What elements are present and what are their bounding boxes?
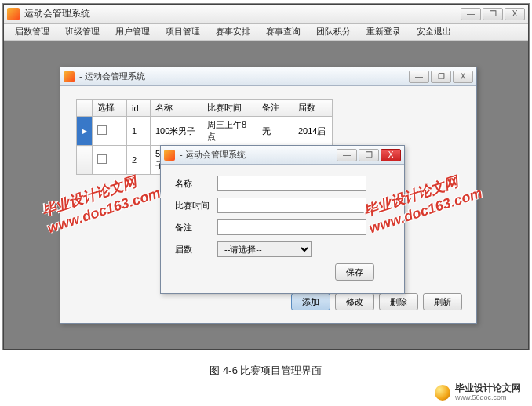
row-checkbox[interactable] (97, 125, 107, 135)
label-remark: 备注 (175, 222, 217, 234)
name-field[interactable] (217, 176, 366, 191)
delete-button[interactable]: 删除 (379, 293, 418, 310)
col-id: id (127, 100, 151, 117)
minimize-button[interactable]: — (461, 8, 481, 20)
label-name: 名称 (175, 178, 217, 190)
list-titlebar: - 运动会管理系统 — ❐ X (60, 67, 476, 86)
app-icon (164, 150, 175, 161)
dialog-titlebar: - 运动会管理系统 — ❐ X (161, 146, 404, 165)
edit-dialog: - 运动会管理系统 — ❐ X 名称 比赛时间 备注 届数 (160, 145, 405, 294)
dialog-close-button[interactable]: X (381, 149, 401, 161)
bottom-toolbar: 添加 修改 删除 刷新 (291, 293, 462, 310)
time-field[interactable] (217, 198, 366, 213)
menubar: 届数管理 班级管理 用户管理 项目管理 赛事安排 赛事查询 团队积分 重新登录 … (4, 24, 528, 41)
menu-score[interactable]: 团队积分 (308, 24, 359, 39)
list-close-button[interactable]: X (453, 71, 473, 83)
main-titlebar: 运动会管理系统 — ❐ X (4, 5, 528, 24)
session-select[interactable]: --请选择-- (217, 241, 312, 257)
list-title: - 运动会管理系统 (79, 71, 409, 82)
row-checkbox[interactable] (97, 154, 107, 164)
logo-icon (435, 385, 450, 401)
menu-session[interactable]: 届数管理 (7, 24, 57, 39)
table-row[interactable]: 1 100米男子 周三上午8点 无 2014届 (77, 117, 333, 146)
menu-query[interactable]: 赛事查询 (258, 24, 308, 39)
menu-schedule[interactable]: 赛事安排 (208, 24, 258, 39)
refresh-button[interactable]: 刷新 (423, 293, 462, 310)
main-title: 运动会管理系统 (24, 7, 461, 20)
add-button[interactable]: 添加 (291, 293, 330, 310)
figure-caption: 图 4-6 比赛项目管理界面 (0, 364, 532, 378)
menu-user[interactable]: 用户管理 (107, 24, 158, 39)
menu-exit[interactable]: 安全退出 (409, 24, 459, 39)
label-time: 比赛时间 (175, 200, 217, 212)
dialog-maximize-button[interactable]: ❐ (359, 149, 379, 161)
col-name: 名称 (151, 100, 202, 117)
dialog-minimize-button[interactable]: — (337, 149, 357, 161)
footer-url: www.56doc.com (455, 393, 521, 401)
app-icon (7, 8, 20, 20)
list-minimize-button[interactable]: — (409, 71, 429, 83)
close-button[interactable]: X (505, 8, 525, 20)
menu-project[interactable]: 项目管理 (158, 24, 208, 39)
save-button[interactable]: 保存 (335, 263, 374, 281)
footer-brand: 毕业设计论文网 (455, 383, 521, 393)
maximize-button[interactable]: ❐ (483, 8, 503, 20)
col-select: 选择 (93, 100, 127, 117)
col-remark: 备注 (257, 100, 293, 117)
label-session: 届数 (175, 244, 217, 256)
edit-button[interactable]: 修改 (335, 293, 374, 310)
remark-field[interactable] (217, 219, 366, 235)
dialog-title: - 运动会管理系统 (180, 149, 337, 161)
app-icon (64, 71, 75, 82)
menu-relogin[interactable]: 重新登录 (359, 24, 409, 39)
list-maximize-button[interactable]: ❐ (431, 71, 451, 83)
col-time: 比赛时间 (202, 100, 257, 117)
menu-class[interactable]: 班级管理 (57, 24, 107, 39)
main-window: 运动会管理系统 — ❐ X 届数管理 班级管理 用户管理 项目管理 赛事安排 赛… (3, 4, 529, 350)
footer-logo: 毕业设计论文网 www.56doc.com (435, 383, 521, 401)
col-session: 届数 (293, 100, 333, 117)
